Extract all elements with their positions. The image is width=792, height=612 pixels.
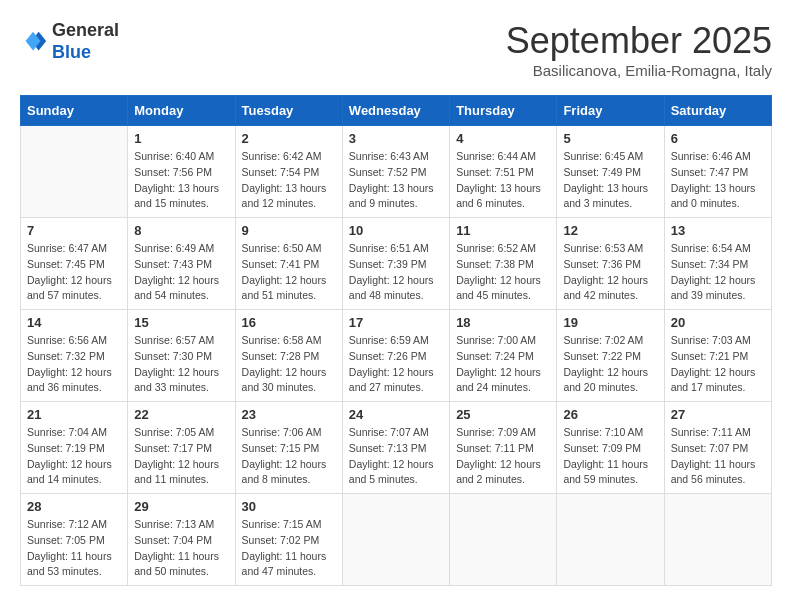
day-number: 30 (242, 499, 336, 514)
calendar-cell: 4Sunrise: 6:44 AMSunset: 7:51 PMDaylight… (450, 126, 557, 218)
day-number: 21 (27, 407, 121, 422)
day-info: Sunrise: 6:50 AMSunset: 7:41 PMDaylight:… (242, 241, 336, 304)
calendar-cell: 2Sunrise: 6:42 AMSunset: 7:54 PMDaylight… (235, 126, 342, 218)
day-number: 25 (456, 407, 550, 422)
calendar-cell: 14Sunrise: 6:56 AMSunset: 7:32 PMDayligh… (21, 310, 128, 402)
logo: General Blue (20, 20, 119, 63)
calendar-cell: 27Sunrise: 7:11 AMSunset: 7:07 PMDayligh… (664, 402, 771, 494)
day-info: Sunrise: 6:47 AMSunset: 7:45 PMDaylight:… (27, 241, 121, 304)
day-info: Sunrise: 6:42 AMSunset: 7:54 PMDaylight:… (242, 149, 336, 212)
day-header-monday: Monday (128, 96, 235, 126)
day-info: Sunrise: 7:11 AMSunset: 7:07 PMDaylight:… (671, 425, 765, 488)
day-number: 12 (563, 223, 657, 238)
day-info: Sunrise: 6:51 AMSunset: 7:39 PMDaylight:… (349, 241, 443, 304)
calendar-cell: 15Sunrise: 6:57 AMSunset: 7:30 PMDayligh… (128, 310, 235, 402)
calendar-cell: 13Sunrise: 6:54 AMSunset: 7:34 PMDayligh… (664, 218, 771, 310)
day-info: Sunrise: 7:06 AMSunset: 7:15 PMDaylight:… (242, 425, 336, 488)
calendar-cell (664, 494, 771, 586)
day-number: 8 (134, 223, 228, 238)
day-number: 29 (134, 499, 228, 514)
logo-icon (20, 28, 48, 56)
day-number: 10 (349, 223, 443, 238)
day-info: Sunrise: 6:44 AMSunset: 7:51 PMDaylight:… (456, 149, 550, 212)
calendar-cell: 11Sunrise: 6:52 AMSunset: 7:38 PMDayligh… (450, 218, 557, 310)
day-number: 16 (242, 315, 336, 330)
calendar-cell (450, 494, 557, 586)
calendar-cell: 7Sunrise: 6:47 AMSunset: 7:45 PMDaylight… (21, 218, 128, 310)
day-info: Sunrise: 6:56 AMSunset: 7:32 PMDaylight:… (27, 333, 121, 396)
day-number: 26 (563, 407, 657, 422)
day-number: 19 (563, 315, 657, 330)
calendar-cell: 24Sunrise: 7:07 AMSunset: 7:13 PMDayligh… (342, 402, 449, 494)
day-header-wednesday: Wednesday (342, 96, 449, 126)
day-number: 6 (671, 131, 765, 146)
day-header-thursday: Thursday (450, 96, 557, 126)
day-number: 4 (456, 131, 550, 146)
day-info: Sunrise: 7:00 AMSunset: 7:24 PMDaylight:… (456, 333, 550, 396)
day-info: Sunrise: 6:59 AMSunset: 7:26 PMDaylight:… (349, 333, 443, 396)
week-row-1: 1Sunrise: 6:40 AMSunset: 7:56 PMDaylight… (21, 126, 772, 218)
day-info: Sunrise: 6:49 AMSunset: 7:43 PMDaylight:… (134, 241, 228, 304)
calendar-cell: 25Sunrise: 7:09 AMSunset: 7:11 PMDayligh… (450, 402, 557, 494)
day-info: Sunrise: 7:13 AMSunset: 7:04 PMDaylight:… (134, 517, 228, 580)
day-number: 27 (671, 407, 765, 422)
day-info: Sunrise: 7:03 AMSunset: 7:21 PMDaylight:… (671, 333, 765, 396)
day-header-friday: Friday (557, 96, 664, 126)
day-number: 14 (27, 315, 121, 330)
day-number: 3 (349, 131, 443, 146)
day-info: Sunrise: 6:57 AMSunset: 7:30 PMDaylight:… (134, 333, 228, 396)
day-number: 11 (456, 223, 550, 238)
day-info: Sunrise: 7:02 AMSunset: 7:22 PMDaylight:… (563, 333, 657, 396)
day-number: 18 (456, 315, 550, 330)
day-number: 5 (563, 131, 657, 146)
day-info: Sunrise: 7:09 AMSunset: 7:11 PMDaylight:… (456, 425, 550, 488)
day-info: Sunrise: 7:12 AMSunset: 7:05 PMDaylight:… (27, 517, 121, 580)
day-number: 17 (349, 315, 443, 330)
calendar-cell: 3Sunrise: 6:43 AMSunset: 7:52 PMDaylight… (342, 126, 449, 218)
calendar-cell: 23Sunrise: 7:06 AMSunset: 7:15 PMDayligh… (235, 402, 342, 494)
day-number: 15 (134, 315, 228, 330)
day-info: Sunrise: 7:05 AMSunset: 7:17 PMDaylight:… (134, 425, 228, 488)
calendar-cell: 5Sunrise: 6:45 AMSunset: 7:49 PMDaylight… (557, 126, 664, 218)
calendar-cell: 16Sunrise: 6:58 AMSunset: 7:28 PMDayligh… (235, 310, 342, 402)
day-number: 24 (349, 407, 443, 422)
logo-blue: Blue (52, 42, 119, 64)
calendar-table: SundayMondayTuesdayWednesdayThursdayFrid… (20, 95, 772, 586)
day-header-sunday: Sunday (21, 96, 128, 126)
calendar-cell: 20Sunrise: 7:03 AMSunset: 7:21 PMDayligh… (664, 310, 771, 402)
day-number: 20 (671, 315, 765, 330)
day-info: Sunrise: 6:40 AMSunset: 7:56 PMDaylight:… (134, 149, 228, 212)
calendar-cell: 18Sunrise: 7:00 AMSunset: 7:24 PMDayligh… (450, 310, 557, 402)
logo-general: General (52, 20, 119, 42)
calendar-cell: 29Sunrise: 7:13 AMSunset: 7:04 PMDayligh… (128, 494, 235, 586)
calendar-cell (342, 494, 449, 586)
title-block: September 2025 Basilicanova, Emilia-Roma… (506, 20, 772, 79)
day-info: Sunrise: 7:04 AMSunset: 7:19 PMDaylight:… (27, 425, 121, 488)
week-row-3: 14Sunrise: 6:56 AMSunset: 7:32 PMDayligh… (21, 310, 772, 402)
day-number: 13 (671, 223, 765, 238)
day-number: 2 (242, 131, 336, 146)
day-header-saturday: Saturday (664, 96, 771, 126)
day-info: Sunrise: 7:15 AMSunset: 7:02 PMDaylight:… (242, 517, 336, 580)
day-number: 7 (27, 223, 121, 238)
location-subtitle: Basilicanova, Emilia-Romagna, Italy (506, 62, 772, 79)
day-info: Sunrise: 6:53 AMSunset: 7:36 PMDaylight:… (563, 241, 657, 304)
day-info: Sunrise: 6:58 AMSunset: 7:28 PMDaylight:… (242, 333, 336, 396)
calendar-cell: 26Sunrise: 7:10 AMSunset: 7:09 PMDayligh… (557, 402, 664, 494)
calendar-cell: 17Sunrise: 6:59 AMSunset: 7:26 PMDayligh… (342, 310, 449, 402)
calendar-cell: 6Sunrise: 6:46 AMSunset: 7:47 PMDaylight… (664, 126, 771, 218)
calendar-cell: 9Sunrise: 6:50 AMSunset: 7:41 PMDaylight… (235, 218, 342, 310)
day-header-tuesday: Tuesday (235, 96, 342, 126)
calendar-cell: 30Sunrise: 7:15 AMSunset: 7:02 PMDayligh… (235, 494, 342, 586)
day-number: 9 (242, 223, 336, 238)
month-title: September 2025 (506, 20, 772, 62)
calendar-cell: 28Sunrise: 7:12 AMSunset: 7:05 PMDayligh… (21, 494, 128, 586)
week-row-2: 7Sunrise: 6:47 AMSunset: 7:45 PMDaylight… (21, 218, 772, 310)
day-info: Sunrise: 6:46 AMSunset: 7:47 PMDaylight:… (671, 149, 765, 212)
week-row-4: 21Sunrise: 7:04 AMSunset: 7:19 PMDayligh… (21, 402, 772, 494)
calendar-cell (557, 494, 664, 586)
day-number: 28 (27, 499, 121, 514)
day-number: 23 (242, 407, 336, 422)
calendar-cell: 22Sunrise: 7:05 AMSunset: 7:17 PMDayligh… (128, 402, 235, 494)
day-info: Sunrise: 6:54 AMSunset: 7:34 PMDaylight:… (671, 241, 765, 304)
